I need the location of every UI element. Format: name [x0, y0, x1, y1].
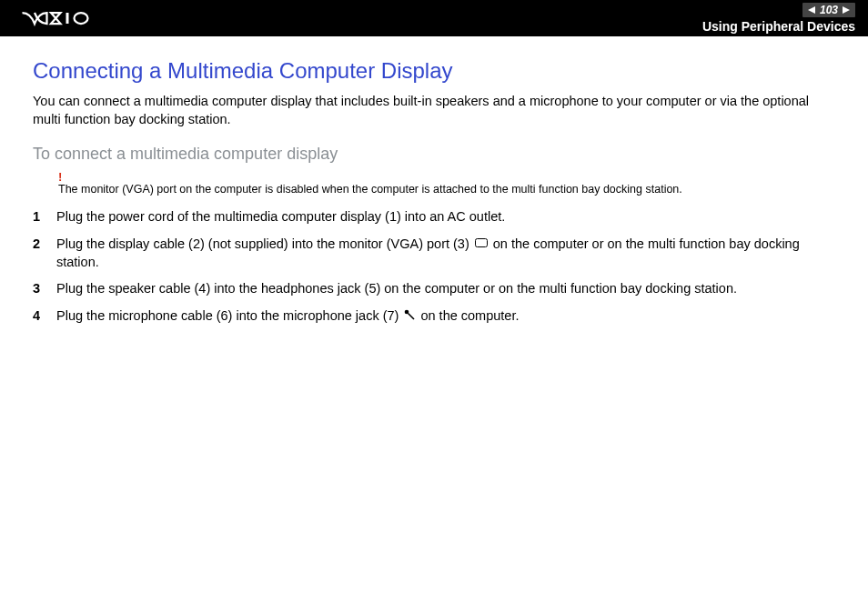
header-right: 103 Using Peripheral Devices [702, 3, 855, 34]
step-text-part: Plug the microphone cable (6) into the m… [56, 308, 402, 323]
step-text-part: on the computer. [417, 308, 519, 323]
note-block: ! The monitor (VGA) port on the computer… [58, 171, 835, 196]
microphone-icon [404, 307, 415, 326]
step-item: 4 Plug the microphone cable (6) into the… [33, 307, 835, 326]
note-text: The monitor (VGA) port on the computer i… [58, 183, 835, 196]
step-item: 3 Plug the speaker cable (4) into the he… [33, 280, 835, 298]
page-number: 103 [820, 4, 838, 16]
step-item: 2 Plug the display cable (2) (not suppli… [33, 236, 835, 272]
step-item: 1 Plug the power cord of the multimedia … [33, 208, 835, 226]
step-number: 2 [33, 236, 56, 254]
page-title: Connecting a Multimedia Computer Display [33, 58, 835, 84]
step-number: 1 [33, 208, 56, 226]
step-text: Plug the power cord of the multimedia co… [56, 208, 835, 226]
step-text: Plug the display cable (2) (not supplied… [56, 236, 835, 272]
svg-marker-3 [843, 6, 850, 14]
subtitle: To connect a multimedia computer display [33, 145, 835, 164]
steps-list: 1 Plug the power cord of the multimedia … [33, 208, 835, 326]
step-number: 4 [33, 307, 56, 326]
svg-rect-4 [475, 239, 487, 247]
svg-rect-0 [66, 13, 69, 24]
svg-marker-2 [808, 6, 815, 14]
monitor-icon [475, 236, 488, 254]
nav-next-icon[interactable] [843, 6, 850, 14]
page-nav: 103 [802, 3, 855, 17]
step-number: 3 [33, 280, 56, 298]
content: Connecting a Multimedia Computer Display… [0, 36, 868, 326]
svg-line-6 [409, 314, 415, 320]
svg-point-1 [75, 13, 88, 24]
step-text-part: Plug the display cable (2) (not supplied… [56, 236, 473, 251]
header-bar: 103 Using Peripheral Devices [0, 0, 868, 36]
section-label: Using Peripheral Devices [702, 19, 855, 34]
vaio-logo [16, 10, 107, 26]
step-text: Plug the microphone cable (6) into the m… [56, 307, 835, 326]
nav-prev-icon[interactable] [808, 6, 815, 14]
step-text: Plug the speaker cable (4) into the head… [56, 280, 835, 298]
intro-text: You can connect a multimedia computer di… [33, 93, 835, 128]
vaio-logo-svg [16, 10, 107, 26]
note-bang-icon: ! [58, 171, 835, 183]
